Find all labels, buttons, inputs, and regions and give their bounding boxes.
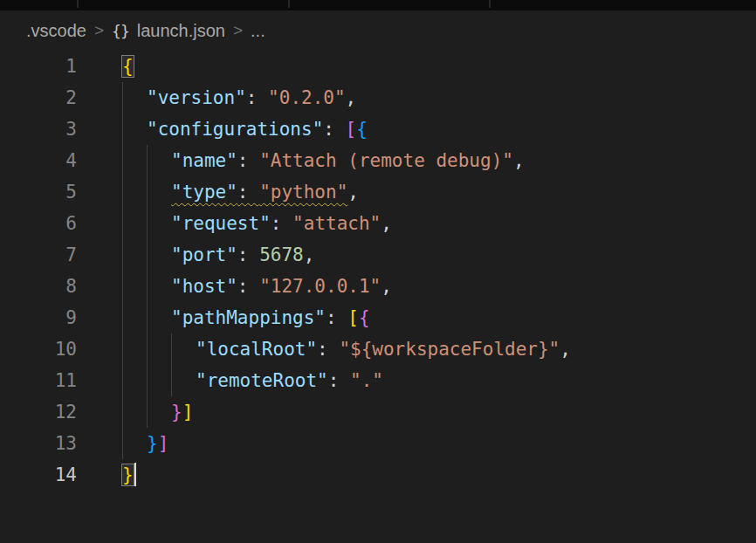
line-number[interactable]: 2 bbox=[0, 82, 77, 113]
code-token: , bbox=[560, 339, 571, 360]
indent-guide bbox=[147, 365, 148, 396]
indent-guide bbox=[147, 145, 148, 176]
code-line[interactable]: 13}] bbox=[0, 428, 756, 459]
code-line[interactable]: 14} bbox=[0, 459, 756, 491]
code-content[interactable]: }] bbox=[122, 428, 168, 459]
text-cursor bbox=[134, 463, 136, 486]
indent-guide bbox=[147, 176, 148, 208]
line-number[interactable]: 14 bbox=[0, 459, 77, 491]
code-line[interactable]: 6"request": "attach", bbox=[0, 208, 756, 239]
code-token: "name" bbox=[171, 150, 237, 171]
code-token: [ bbox=[347, 307, 359, 328]
code-token: "configurations" bbox=[147, 119, 323, 140]
indent-guide bbox=[122, 145, 123, 176]
code-line[interactable]: 8"host": "127.0.0.1", bbox=[0, 271, 756, 302]
indent-guide bbox=[122, 208, 123, 239]
code-token: "remoteRoot" bbox=[196, 370, 328, 391]
line-number[interactable]: 7 bbox=[0, 239, 77, 271]
code-line[interactable]: 12}] bbox=[0, 396, 756, 428]
line-number[interactable]: 4 bbox=[0, 145, 77, 176]
code-line[interactable]: 4"name": "Attach (remote debug)", bbox=[0, 145, 756, 176]
json-file-icon: {} bbox=[112, 22, 129, 40]
matched-bracket: { bbox=[122, 56, 134, 77]
code-token: , bbox=[381, 276, 392, 297]
code-line[interactable]: 10"localRoot": "${workspaceFolder}", bbox=[0, 333, 756, 365]
code-content[interactable]: "remoteRoot": "." bbox=[122, 365, 383, 396]
code-token: "0.2.0" bbox=[268, 87, 346, 108]
code-content[interactable]: "name": "Attach (remote debug)", bbox=[122, 145, 525, 176]
line-number[interactable]: 1 bbox=[0, 51, 77, 82]
code-content[interactable]: "port": 5678, bbox=[122, 239, 314, 271]
line-number[interactable]: 13 bbox=[0, 428, 77, 459]
code-token: ] bbox=[158, 433, 169, 454]
chevron-right-icon: > bbox=[94, 21, 104, 40]
indent-guide bbox=[122, 113, 123, 145]
line-number[interactable]: 9 bbox=[0, 302, 77, 333]
indent-guide bbox=[122, 271, 123, 302]
code-token: "pathMappings" bbox=[171, 307, 326, 328]
code-token: ] bbox=[182, 402, 194, 423]
indent-guide bbox=[122, 239, 123, 271]
breadcrumb-symbol-more[interactable]: ... bbox=[251, 21, 265, 41]
code-token: "version" bbox=[147, 87, 246, 108]
indent-guide bbox=[122, 365, 123, 396]
line-number[interactable]: 6 bbox=[0, 208, 77, 239]
code-content[interactable]: "pathMappings": [{ bbox=[122, 302, 370, 333]
indent-guide bbox=[147, 333, 148, 365]
code-content[interactable]: } bbox=[122, 459, 136, 491]
code-content[interactable]: "type": "python", bbox=[122, 176, 359, 208]
code-token: , bbox=[346, 87, 357, 108]
indent-guide bbox=[171, 365, 172, 396]
code-token: : bbox=[237, 276, 259, 297]
indent-guide bbox=[147, 302, 148, 333]
line-number[interactable]: 8 bbox=[0, 271, 77, 302]
code-token: : bbox=[237, 182, 259, 203]
editor: 1{2"version": "0.2.0",3"configurations":… bbox=[0, 51, 756, 491]
indent-guide bbox=[147, 271, 148, 302]
indent-guide bbox=[122, 82, 123, 113]
code-token: , bbox=[347, 182, 359, 203]
code-token: "host" bbox=[171, 276, 237, 297]
code-token: { bbox=[359, 307, 370, 328]
line-number[interactable]: 3 bbox=[0, 113, 77, 145]
tab-separator bbox=[489, 0, 491, 8]
line-number[interactable]: 11 bbox=[0, 365, 77, 396]
code-token: : bbox=[328, 370, 350, 391]
code-token: { bbox=[356, 119, 368, 140]
code-line[interactable]: 11"remoteRoot": "." bbox=[0, 365, 756, 396]
line-number[interactable]: 5 bbox=[0, 176, 77, 208]
tab-separator bbox=[77, 0, 79, 8]
code-content[interactable]: "version": "0.2.0", bbox=[122, 82, 356, 113]
code-token: [ bbox=[346, 119, 357, 140]
code-lines: 1{2"version": "0.2.0",3"configurations":… bbox=[0, 51, 756, 491]
code-line[interactable]: 1{ bbox=[0, 51, 756, 82]
indent-guide bbox=[171, 333, 172, 365]
code-content[interactable]: }] bbox=[122, 396, 193, 428]
line-number[interactable]: 12 bbox=[0, 396, 77, 428]
code-token: "${workspaceFolder}" bbox=[339, 339, 560, 360]
code-line[interactable]: 7"port": 5678, bbox=[0, 239, 756, 271]
code-content[interactable]: { bbox=[122, 51, 134, 82]
tab-separator bbox=[288, 0, 290, 8]
code-token: "Attach (remote debug)" bbox=[259, 150, 513, 171]
code-line[interactable]: 3"configurations": [{ bbox=[0, 113, 756, 145]
tab-bar-edge bbox=[0, 0, 756, 10]
code-token: "type" bbox=[171, 182, 237, 203]
code-content[interactable]: "host": "127.0.0.1", bbox=[122, 271, 392, 302]
code-content[interactable]: "request": "attach", bbox=[122, 208, 392, 239]
code-line[interactable]: 2"version": "0.2.0", bbox=[0, 82, 756, 113]
code-token: : bbox=[326, 307, 347, 328]
matched-bracket: } bbox=[122, 464, 134, 485]
code-token: "python" bbox=[259, 182, 347, 203]
code-line[interactable]: 9"pathMappings": [{ bbox=[0, 302, 756, 333]
indent-guide bbox=[147, 239, 148, 271]
breadcrumb-folder[interactable]: .vscode bbox=[26, 21, 86, 41]
code-line[interactable]: 5"type": "python", bbox=[0, 176, 756, 208]
line-number[interactable]: 10 bbox=[0, 333, 77, 365]
code-content[interactable]: "localRoot": "${workspaceFolder}", bbox=[122, 333, 571, 365]
code-token: : bbox=[317, 339, 339, 360]
code-token: "port" bbox=[171, 244, 237, 265]
breadcrumb-file[interactable]: launch.json bbox=[137, 21, 225, 41]
code-token: : bbox=[271, 213, 292, 234]
code-content[interactable]: "configurations": [{ bbox=[122, 113, 368, 145]
